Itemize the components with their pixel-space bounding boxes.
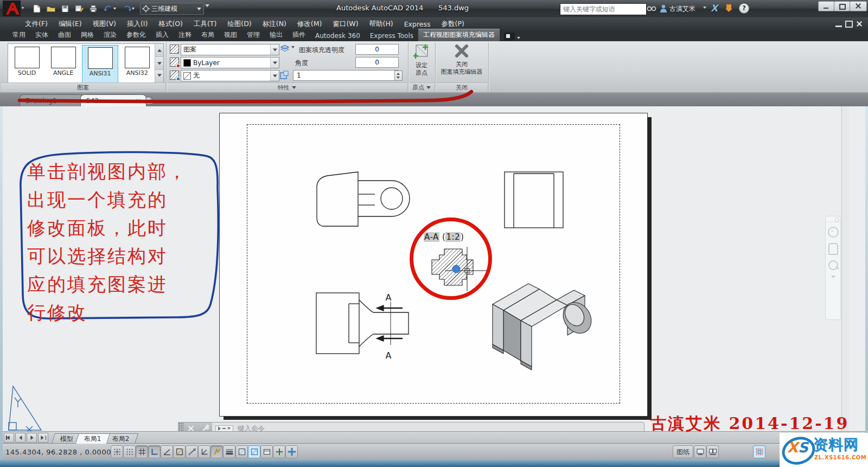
dock-drag-handle[interactable]: [178, 423, 184, 431]
properties-panel-title[interactable]: 特性: [167, 82, 407, 92]
search-input[interactable]: [560, 3, 647, 15]
menu-help[interactable]: 帮助(H): [364, 18, 399, 30]
tab-layout1[interactable]: 布局1: [75, 433, 110, 444]
drawing-canvas[interactable]: A A: [0, 106, 868, 431]
tab-annotate[interactable]: 注释: [174, 29, 196, 41]
ortho-toggle[interactable]: [148, 445, 161, 458]
user-menu-chevron-icon[interactable]: [703, 7, 706, 9]
autocad-logo-button[interactable]: [3, 1, 24, 16]
selection-cycling-toggle[interactable]: [260, 445, 273, 458]
command-wrench-icon[interactable]: [201, 425, 209, 431]
navbar-close-icon[interactable]: [835, 217, 839, 222]
exchange-apps-icon[interactable]: X: [711, 3, 718, 14]
save-button[interactable]: [59, 2, 72, 15]
menu-dimension[interactable]: 标注(N): [257, 18, 292, 30]
osnap-toggle[interactable]: [173, 445, 186, 458]
next-layout-button[interactable]: [27, 433, 37, 443]
tab-manage[interactable]: 管理: [242, 29, 265, 41]
menu-insert[interactable]: 插入(I): [122, 18, 153, 30]
tab-autodesk360[interactable]: Autodesk 360: [310, 31, 365, 41]
angle-value-field[interactable]: 0: [355, 57, 399, 68]
ribbon-minimize-chevron-icon[interactable]: [517, 37, 520, 39]
menu-modify[interactable]: 修改(M): [292, 18, 328, 30]
pattern-angle[interactable]: ANGLE: [46, 45, 81, 83]
hatch-color-dropdown[interactable]: ByLayer: [181, 57, 279, 68]
scale-spinner[interactable]: [394, 71, 403, 81]
hatch-background-dropdown[interactable]: 无: [181, 70, 279, 81]
grid-dots-toggle[interactable]: [123, 445, 136, 458]
menu-view[interactable]: 视图(V): [87, 18, 122, 30]
scale-value-field[interactable]: 1: [293, 70, 398, 81]
snap-toggle[interactable]: [111, 445, 123, 458]
undo-button[interactable]: [101, 2, 118, 15]
hatch-type-dropdown[interactable]: 图案: [181, 44, 279, 55]
tab-output[interactable]: 输出: [265, 29, 288, 41]
save-as-button[interactable]: [73, 2, 86, 15]
menu-draw[interactable]: 绘图(D): [222, 18, 257, 30]
pattern-ansi31-selected[interactable]: ANSI31: [82, 45, 118, 83]
menu-tools[interactable]: 工具(T): [188, 18, 222, 30]
tab-plugins[interactable]: 插件: [288, 29, 310, 41]
file-tab-close-icon[interactable]: [136, 99, 141, 104]
tab-surface[interactable]: 曲面: [53, 29, 76, 41]
pattern-solid[interactable]: SOLID: [9, 45, 44, 83]
new-drawing-tab-button[interactable]: [145, 97, 154, 107]
spinner-down-icon[interactable]: [397, 76, 400, 79]
paper-model-toggle[interactable]: 图纸: [673, 445, 693, 458]
navigation-bar[interactable]: [825, 216, 841, 320]
quick-properties-toggle[interactable]: [248, 445, 260, 458]
download-icon[interactable]: [725, 4, 733, 15]
minimize-button[interactable]: [818, 1, 834, 11]
tab-insert[interactable]: 插入: [151, 29, 174, 41]
doc-close-button[interactable]: [856, 21, 863, 27]
file-tab-drawing1[interactable]: Drawing1: [20, 94, 84, 107]
tab-layout[interactable]: 布局: [196, 29, 219, 41]
dynamic-ucs-toggle[interactable]: [198, 445, 210, 458]
menu-edit[interactable]: 编辑(E): [53, 18, 87, 30]
transparency-icon[interactable]: [280, 44, 291, 55]
grid-display-toggle[interactable]: [136, 445, 148, 458]
polar-tracking-toggle[interactable]: [161, 445, 173, 458]
tab-view[interactable]: 视图: [219, 29, 242, 41]
file-tab-543[interactable]: 543: [80, 94, 146, 107]
origin-panel-title[interactable]: 原点: [409, 82, 434, 92]
command-close-icon[interactable]: [188, 425, 194, 431]
command-line-dock[interactable]: 键入命令: [178, 422, 644, 431]
dynamic-input-toggle[interactable]: [210, 445, 223, 458]
quick-view-layouts-button[interactable]: [694, 445, 706, 458]
tab-render[interactable]: 渲染: [99, 29, 122, 41]
command-prompt-text[interactable]: 键入命令: [238, 424, 265, 432]
tab-parametric[interactable]: 参数化: [122, 29, 151, 41]
menu-format[interactable]: 格式(O): [153, 18, 188, 30]
pattern-panel-title[interactable]: 图案: [1, 82, 165, 92]
doc-restore-button[interactable]: [845, 21, 853, 28]
workspace-lock-toggle[interactable]: [285, 445, 298, 458]
vertical-scrollbar[interactable]: [841, 106, 849, 431]
prev-layout-button[interactable]: [15, 433, 25, 443]
pan-hand-icon[interactable]: [828, 243, 838, 255]
last-layout-button[interactable]: [38, 433, 48, 443]
workspace-switcher[interactable]: 三维建模: [140, 3, 204, 15]
help-icon[interactable]: ?: [739, 3, 749, 14]
spinner-up-icon[interactable]: [397, 73, 400, 75]
tab-solid[interactable]: 实体: [30, 29, 53, 41]
annotation-monitor-toggle[interactable]: [273, 445, 285, 458]
transparency-value-field[interactable]: 0: [355, 44, 399, 55]
search-icon[interactable]: [647, 4, 656, 15]
transparency-toggle[interactable]: [235, 445, 248, 458]
command-prompt-icon[interactable]: [215, 425, 233, 431]
gallery-scroll-up-button[interactable]: [155, 44, 163, 57]
redo-button[interactable]: [119, 2, 137, 15]
tab-mesh[interactable]: 网格: [76, 29, 99, 41]
coordinate-display[interactable]: 145.4304, 96.2828 , 0.0000: [5, 448, 111, 456]
menu-file[interactable]: 文件(F): [20, 18, 53, 30]
ribbon-minimize-button[interactable]: [504, 33, 515, 40]
gallery-expand-button[interactable]: [155, 70, 163, 83]
tab-home[interactable]: 常用: [8, 29, 30, 41]
quick-view-drawings-button[interactable]: [706, 445, 719, 458]
selection-preview-button[interactable]: [753, 445, 765, 458]
navbar-chevron-icon[interactable]: [831, 276, 835, 278]
pattern-ansi32[interactable]: ANSI32: [119, 45, 155, 83]
object-track-toggle[interactable]: [186, 445, 198, 458]
signed-in-user[interactable]: 古滇艾米: [669, 4, 695, 14]
